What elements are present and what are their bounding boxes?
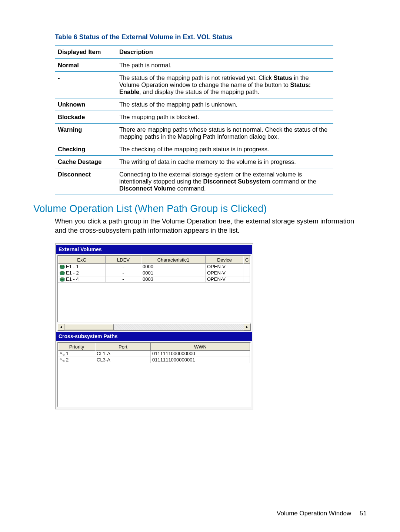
status-desc-cell: The writing of data in cache memory to t… [116, 156, 333, 168]
status-item-cell: Blockade [55, 111, 116, 124]
external-volumes-titlebar: External Volumes [56, 245, 252, 254]
status-item-cell: Warning [55, 124, 116, 143]
table-caption: Table 6 Status of the External Volume in… [55, 33, 367, 41]
cp-header-priority[interactable]: Priority [58, 343, 95, 351]
status-desc-cell: The checking of the mapping path status … [116, 143, 333, 156]
status-table-row: WarningThere are mapping paths whose sta… [55, 124, 333, 143]
status-item-cell: Normal [55, 59, 116, 72]
status-item-cell: Checking [55, 143, 116, 156]
external-volume-row[interactable]: E1 - 4-0003OPEN-V [58, 276, 250, 283]
ev-cell-char1: 0000 [141, 264, 206, 270]
cp-cell-priority: 2 [58, 357, 95, 363]
scroll-right-icon[interactable]: ► [244, 324, 250, 330]
disk-icon [60, 277, 65, 282]
ev-header-device[interactable]: Device [206, 256, 243, 264]
ev-header-char1[interactable]: Characteristic1 [141, 256, 206, 264]
cp-cell-wwn: 0111111000000000 [151, 351, 250, 357]
cp-cell-port: CL1-A [95, 351, 151, 357]
section-heading: Volume Operation List (When Path Group i… [33, 203, 367, 215]
status-table-row: BlockadeThe mapping path is blocked. [55, 111, 333, 124]
ev-header-ldev[interactable]: LDEV [106, 256, 141, 264]
external-volumes-hscrollbar[interactable]: ◄ ► [57, 323, 251, 331]
ev-cell-char1: 0001 [141, 270, 206, 276]
cp-header-wwn[interactable]: WWN [151, 343, 250, 351]
cp-cell-wwn: 0111111000000001 [151, 357, 250, 363]
status-table-row: Cache DestageThe writing of data in cach… [55, 156, 333, 168]
ev-cell-ldev: - [106, 276, 141, 283]
disk-icon [60, 271, 65, 276]
status-table-row: DisconnectConnecting to the external sto… [55, 168, 333, 195]
footer-page-number: 51 [360, 510, 367, 517]
status-desc-cell: The path is normal. [116, 59, 333, 72]
status-table-header-item: Displayed Item [55, 45, 116, 59]
cross-path-row[interactable]: 2CL3-A0111111000000001 [58, 357, 250, 363]
ev-cell-device: OPEN-V [206, 264, 243, 270]
ev-header-extra[interactable]: C [243, 256, 250, 264]
svg-line-11 [61, 353, 63, 354]
cp-cell-priority: 1 [58, 351, 95, 357]
cross-path-row[interactable]: 1CL1-A0111111000000000 [58, 351, 250, 357]
scroll-left-icon[interactable]: ◄ [58, 324, 64, 330]
ev-cell-extra [243, 276, 250, 283]
svg-line-14 [61, 360, 63, 360]
cross-paths-grid[interactable]: Priority Port WWN 1CL1-A0111111000000000… [57, 342, 251, 407]
status-table-header-desc: Description [116, 45, 333, 59]
svg-point-5 [61, 272, 62, 272]
ev-cell-exg: E1 - 1 [58, 264, 106, 270]
status-desc-cell: The status of the mapping path is not re… [116, 72, 333, 98]
status-table-row: UnknownThe status of the mapping path is… [55, 98, 333, 111]
external-volume-row[interactable]: E1 - 1-0000OPEN-V [58, 264, 250, 270]
scroll-thumb[interactable] [65, 324, 114, 330]
ev-cell-device: OPEN-V [206, 276, 243, 283]
status-item-cell: - [55, 72, 116, 98]
ev-cell-device: OPEN-V [206, 270, 243, 276]
disk-icon [60, 265, 65, 269]
status-item-cell: Unknown [55, 98, 116, 111]
ev-cell-ldev: - [106, 270, 141, 276]
status-table-row: NormalThe path is normal. [55, 59, 333, 72]
status-table-row: -The status of the mapping path is not r… [55, 72, 333, 98]
cp-header-port[interactable]: Port [95, 343, 151, 351]
footer-section-label: Volume Operation Window [277, 510, 351, 517]
status-desc-cell: The status of the mapping path is unknow… [116, 98, 333, 111]
ev-cell-char1: 0003 [141, 276, 206, 283]
scroll-track[interactable] [114, 324, 244, 330]
status-item-cell: Cache Destage [55, 156, 116, 168]
external-volumes-header-row: ExG LDEV Characteristic1 Device C [58, 256, 250, 264]
path-link-icon [60, 358, 65, 362]
status-table-row: CheckingThe checking of the mapping path… [55, 143, 333, 156]
svg-point-2 [61, 265, 62, 266]
ev-cell-exg: E1 - 2 [58, 270, 106, 276]
page-footer: Volume Operation Window 51 [277, 510, 367, 517]
status-item-cell: Disconnect [55, 168, 116, 195]
status-desc-cell: There are mapping paths whose status is … [116, 124, 333, 143]
screenshot-panel: External Volumes ExG LDEV Characteristic… [55, 243, 253, 410]
svg-point-8 [61, 278, 62, 279]
path-link-icon [60, 352, 65, 356]
status-desc-cell: Connecting to the external storage syste… [116, 168, 333, 195]
ev-cell-ldev: - [106, 264, 141, 270]
status-table: Displayed Item Description NormalThe pat… [55, 45, 333, 195]
ev-header-exg[interactable]: ExG [58, 256, 106, 264]
external-volumes-grid[interactable]: ExG LDEV Characteristic1 Device C E1 - 1… [57, 255, 251, 322]
cp-cell-port: CL3-A [95, 357, 151, 363]
ev-cell-extra [243, 270, 250, 276]
status-desc-cell: The mapping path is blocked. [116, 111, 333, 124]
section-body-text: When you click a path group in the Volum… [55, 217, 367, 235]
external-volume-row[interactable]: E1 - 2-0001OPEN-V [58, 270, 250, 276]
ev-cell-exg: E1 - 4 [58, 276, 106, 283]
ev-cell-extra [243, 264, 250, 270]
cross-paths-titlebar: Cross-subsystem Paths [56, 332, 252, 341]
cross-paths-header-row: Priority Port WWN [58, 343, 250, 351]
